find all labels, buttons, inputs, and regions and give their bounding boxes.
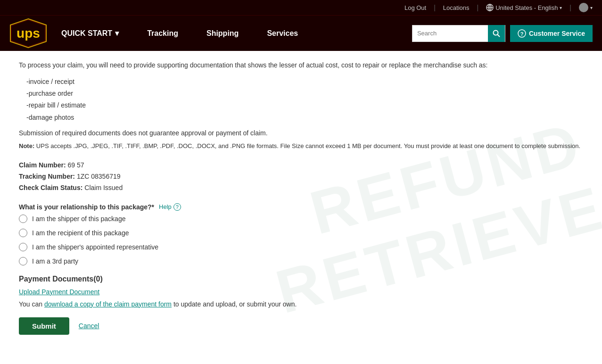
- download-form-link[interactable]: download a copy of the claim payment for…: [44, 300, 172, 308]
- svg-text:ups: ups: [16, 26, 40, 41]
- doc-item-3: -repair bill / estimate: [26, 99, 583, 111]
- download-text: You can download a copy of the claim pay…: [19, 300, 583, 308]
- tracking-number-row: Tracking Number: 1ZC 08356719: [19, 171, 583, 182]
- doc-item-1: -invoice / receipt: [26, 76, 583, 88]
- help-label: Help: [159, 203, 172, 210]
- tracking-number-label: Tracking Number:: [19, 173, 75, 180]
- help-link[interactable]: Help ?: [159, 203, 181, 211]
- cancel-link[interactable]: Cancel: [79, 322, 99, 330]
- separator-3: |: [569, 4, 571, 11]
- help-circle-icon: ?: [173, 203, 181, 211]
- header: Log Out | Locations | United States - En…: [0, 0, 602, 51]
- radio-option-representative[interactable]: I am the shipper's appointed representat…: [19, 243, 583, 251]
- radio-3rd-party-label: I am a 3rd party: [32, 257, 78, 265]
- content-inner: To process your claim, you will need to …: [19, 60, 583, 335]
- check-claim-status-label: Check Claim Status:: [19, 184, 82, 191]
- nav-items: QUICK START ▾ Tracking Shipping Services: [47, 16, 412, 51]
- search-button[interactable]: [488, 25, 505, 42]
- nav-right: ? Customer Service: [412, 25, 593, 42]
- svg-point-7: [493, 30, 498, 35]
- logout-link[interactable]: Log Out: [404, 4, 426, 11]
- separator-1: |: [434, 4, 436, 11]
- main-content: REFUNDRETRIEVER To process your claim, y…: [0, 51, 602, 344]
- user-menu[interactable]: ▾: [579, 3, 593, 12]
- search-icon: [493, 30, 500, 37]
- doc-item-4: -damage photos: [26, 112, 583, 124]
- nav-quick-start[interactable]: QUICK START ▾: [47, 16, 133, 51]
- search-box: [412, 25, 505, 42]
- radio-recipient-label: I am the recipient of this package: [32, 229, 129, 237]
- check-claim-status-row: Check Claim Status: Claim Issued: [19, 182, 583, 194]
- relationship-label: What is your relationship to this packag…: [19, 203, 583, 211]
- note-text: UPS accepts .JPG, .JPEG, .TIF, .TIFF, .B…: [36, 142, 580, 149]
- locations-link[interactable]: Locations: [443, 4, 470, 11]
- tracking-number-value: 1ZC 08356719: [77, 173, 121, 180]
- nav-services[interactable]: Services: [253, 16, 312, 51]
- claim-number-row: Claim Number: 69 57: [19, 160, 583, 171]
- action-buttons: Submit Cancel: [19, 317, 583, 335]
- header-top-bar: Log Out | Locations | United States - En…: [0, 0, 602, 16]
- download-text-after: to update and upload, or submit your own…: [173, 300, 297, 308]
- note-block: Note: UPS accepts .JPG, .JPEG, .TIF, .TI…: [19, 141, 583, 151]
- intro-text: To process your claim, you will need to …: [19, 60, 583, 70]
- doc-item-2: -purchase order: [26, 88, 583, 99]
- doc-list: -invoice / receipt -purchase order -repa…: [26, 76, 583, 124]
- radio-option-shipper[interactable]: I am the shipper of this package: [19, 215, 583, 223]
- radio-representative[interactable]: [19, 243, 27, 251]
- relationship-section: What is your relationship to this packag…: [19, 203, 583, 265]
- customer-service-label: Customer Service: [529, 30, 585, 37]
- radio-shipper[interactable]: [19, 215, 27, 223]
- radio-3rd-party[interactable]: [19, 257, 27, 265]
- svg-line-8: [497, 34, 500, 37]
- ups-logo[interactable]: ups: [9, 18, 47, 49]
- payment-docs-section: Payment Documents(0) Upload Payment Docu…: [19, 275, 583, 308]
- search-input[interactable]: [412, 25, 488, 41]
- claim-info: Claim Number: 69 57 Tracking Number: 1ZC…: [19, 160, 583, 193]
- radio-recipient[interactable]: [19, 229, 27, 237]
- main-nav: ups QUICK START ▾ Tracking Shipping Serv…: [0, 16, 602, 51]
- upload-payment-document-link[interactable]: Upload Payment Document: [19, 288, 583, 296]
- quick-start-label: QUICK START: [61, 16, 112, 51]
- nav-tracking[interactable]: Tracking: [133, 16, 192, 51]
- note-label: Note:: [19, 142, 34, 149]
- check-claim-status-value: Claim Issued: [84, 184, 123, 191]
- claim-number-value: 69 57: [67, 161, 84, 169]
- submission-note: Submission of required documents does no…: [19, 129, 583, 137]
- language-label: United States - English: [495, 4, 558, 11]
- svg-text:?: ?: [520, 31, 524, 36]
- avatar: [579, 3, 588, 12]
- language-selector[interactable]: United States - English ▾: [486, 4, 562, 11]
- relationship-question-text: What is your relationship to this packag…: [19, 203, 154, 211]
- radio-shipper-label: I am the shipper of this package: [32, 215, 125, 223]
- submit-button[interactable]: Submit: [19, 317, 69, 335]
- question-circle-icon: ?: [518, 29, 526, 38]
- radio-option-3rd-party[interactable]: I am a 3rd party: [19, 257, 583, 265]
- payment-docs-title: Payment Documents(0): [19, 275, 583, 283]
- globe-icon: [486, 4, 494, 11]
- claim-number-label: Claim Number:: [19, 161, 66, 169]
- customer-service-button[interactable]: ? Customer Service: [510, 25, 593, 42]
- download-text-before: You can: [19, 300, 44, 308]
- radio-representative-label: I am the shipper's appointed representat…: [32, 243, 158, 251]
- user-chevron-icon: ▾: [590, 5, 593, 10]
- nav-shipping[interactable]: Shipping: [192, 16, 253, 51]
- separator-2: |: [477, 4, 478, 11]
- quick-start-chevron: ▾: [115, 16, 119, 51]
- radio-option-recipient[interactable]: I am the recipient of this package: [19, 229, 583, 237]
- chevron-down-icon: ▾: [560, 5, 562, 10]
